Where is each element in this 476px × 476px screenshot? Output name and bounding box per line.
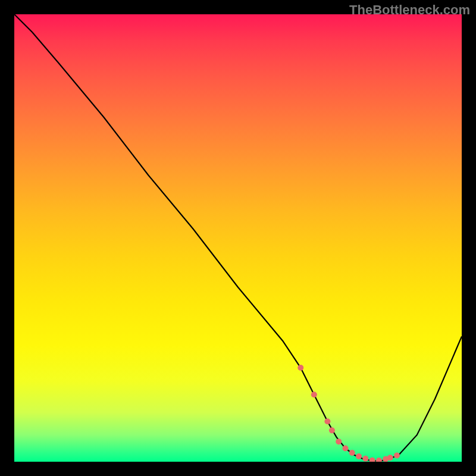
chart-marker xyxy=(369,458,375,462)
chart-svg xyxy=(14,14,462,462)
chart-marker xyxy=(342,445,348,451)
chart-markers xyxy=(298,365,400,462)
chart-marker xyxy=(387,455,393,461)
chart-marker xyxy=(298,365,303,371)
chart-marker xyxy=(376,458,382,462)
chart-marker xyxy=(324,418,330,424)
watermark-text: TheBottleneck.com xyxy=(349,2,470,18)
chart-frame: TheBottleneck.com xyxy=(0,0,476,476)
chart-marker xyxy=(336,439,342,444)
chart-curve xyxy=(14,14,462,461)
chart-marker xyxy=(311,392,317,397)
chart-marker xyxy=(329,427,335,433)
chart-marker xyxy=(362,456,368,462)
chart-marker xyxy=(356,453,362,459)
chart-marker xyxy=(349,450,355,456)
chart-plot-area xyxy=(14,14,462,462)
chart-marker xyxy=(394,452,400,458)
